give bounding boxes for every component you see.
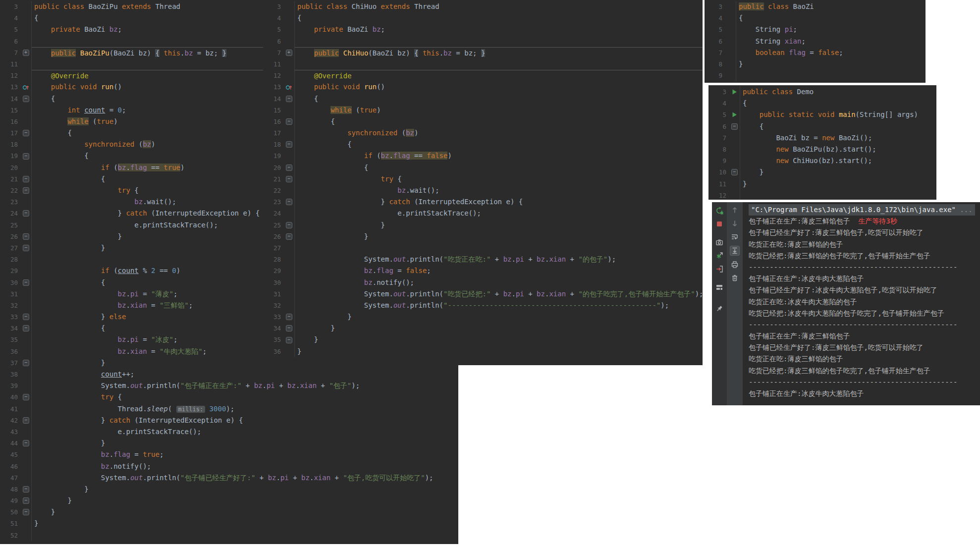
code-line[interactable]: 40− try { (0, 391, 458, 403)
code-line[interactable]: 6 (263, 36, 703, 47)
code-text[interactable]: try { (32, 391, 458, 403)
code-line[interactable]: 16− { (263, 116, 703, 127)
code-line[interactable]: 6 String xian; (705, 36, 926, 47)
line-number[interactable]: 3 (705, 1, 725, 12)
fold-icon[interactable]: − (286, 337, 292, 343)
line-number[interactable]: 9 (705, 70, 725, 81)
fold-gutter[interactable]: − (283, 196, 295, 208)
line-number[interactable]: 24 (0, 208, 20, 219)
fold-icon[interactable]: − (23, 325, 29, 331)
fold-gutter[interactable]: + (283, 47, 295, 58)
code-line[interactable]: 45 bz.flag = true; (0, 449, 458, 460)
line-number[interactable]: 40 (0, 391, 20, 403)
line-number[interactable]: 29 (263, 265, 283, 276)
fold-gutter[interactable]: − (729, 121, 740, 132)
line-number[interactable]: 6 (705, 36, 725, 47)
line-number[interactable]: 16 (263, 116, 283, 127)
fold-gutter[interactable]: − (20, 242, 32, 254)
rerun-icon[interactable] (715, 206, 724, 215)
code-line[interactable]: 48− } (0, 484, 458, 495)
line-number[interactable]: 27 (263, 242, 283, 254)
restore-layout-icon[interactable] (715, 283, 724, 292)
fold-gutter[interactable]: − (283, 162, 295, 173)
fold-gutter[interactable]: − (283, 311, 295, 323)
line-number[interactable]: 30 (0, 277, 20, 288)
code-text[interactable]: } (295, 311, 703, 323)
code-text[interactable]: { (740, 98, 936, 109)
line-number[interactable]: 25 (0, 220, 20, 231)
code-line[interactable]: 31 System.out.println("吃货已经把:" + bz.pi +… (263, 288, 703, 300)
line-number[interactable]: 22 (263, 185, 283, 196)
code-line[interactable]: 5 public static void main(String[] args) (708, 109, 936, 120)
code-text[interactable]: String pi; (736, 24, 926, 35)
line-number[interactable]: 4 (708, 98, 729, 109)
code-text[interactable]: } (740, 166, 936, 178)
line-number[interactable]: 49 (0, 495, 20, 506)
line-number[interactable]: 27 (0, 242, 20, 254)
line-number[interactable]: 37 (0, 357, 20, 369)
code-line[interactable]: 8} (705, 58, 926, 70)
code-area-demo[interactable]: 3public class Demo4{5 public static void… (708, 85, 936, 200)
fold-icon[interactable]: − (23, 233, 29, 240)
code-line[interactable]: 32 System.out.println("-----------------… (263, 300, 703, 311)
code-line[interactable]: 9 (705, 70, 926, 81)
fold-icon[interactable]: − (23, 279, 29, 286)
line-number[interactable]: 4 (705, 12, 725, 24)
fold-gutter[interactable]: + (20, 47, 32, 58)
fold-gutter[interactable]: − (283, 116, 295, 127)
line-number[interactable]: 18 (0, 139, 20, 150)
code-line[interactable]: 22 bz.wait(); (263, 185, 703, 196)
code-line[interactable]: 6− { (708, 121, 936, 132)
fold-icon[interactable]: − (23, 486, 29, 493)
line-number[interactable]: 12 (708, 190, 729, 200)
code-line[interactable]: 25− } (263, 220, 703, 231)
fold-gutter[interactable]: − (283, 220, 295, 231)
line-number[interactable]: 51 (0, 518, 20, 529)
code-text[interactable]: { (295, 139, 703, 150)
line-number[interactable]: 21 (0, 173, 20, 185)
line-number[interactable]: 10 (708, 166, 729, 178)
line-number[interactable]: 12 (0, 70, 20, 81)
line-number[interactable]: 11 (0, 58, 20, 70)
fold-gutter[interactable]: − (20, 231, 32, 242)
line-number[interactable]: 34 (0, 323, 20, 334)
line-number[interactable]: 6 (0, 36, 20, 47)
code-text[interactable]: { (295, 162, 703, 173)
code-line[interactable]: 13 public void run() (263, 81, 703, 93)
line-number[interactable]: 16 (0, 116, 20, 127)
line-number[interactable]: 44 (0, 438, 20, 449)
fold-gutter[interactable]: − (20, 173, 32, 185)
fold-icon[interactable]: − (286, 199, 292, 205)
code-text[interactable]: boolean flag = false; (736, 47, 926, 58)
code-text[interactable]: public void run() (295, 81, 703, 93)
fold-icon[interactable]: − (731, 169, 738, 175)
line-number[interactable]: 13 (0, 81, 20, 93)
code-text[interactable]: while (true) (295, 105, 703, 116)
line-number[interactable]: 5 (705, 24, 725, 35)
code-line[interactable]: 29 bz.flag = false; (263, 265, 703, 276)
code-line[interactable]: 5 String pi; (705, 24, 926, 35)
fold-gutter[interactable]: − (283, 173, 295, 185)
code-line[interactable]: 52 (0, 530, 458, 541)
line-number[interactable]: 36 (0, 346, 20, 357)
line-number[interactable]: 13 (263, 81, 283, 93)
line-number[interactable]: 17 (263, 127, 283, 139)
fold-gutter[interactable]: − (283, 231, 295, 242)
code-text[interactable]: bz.flag = true; (32, 449, 458, 460)
fold-gutter[interactable]: − (20, 185, 32, 196)
code-line[interactable]: 5 private BaoZi bz; (263, 24, 703, 35)
code-line[interactable]: 4{ (263, 12, 703, 24)
fold-icon[interactable]: − (731, 123, 738, 130)
fold-gutter[interactable]: − (20, 93, 32, 105)
line-number[interactable]: 36 (263, 346, 283, 357)
code-text[interactable]: { (295, 93, 703, 105)
fold-icon[interactable]: − (23, 210, 29, 217)
fold-icon[interactable]: + (286, 50, 292, 56)
fold-gutter[interactable]: − (729, 166, 740, 178)
line-number[interactable]: 35 (0, 334, 20, 345)
exit-icon[interactable] (715, 265, 724, 274)
code-line[interactable]: 20− { (263, 162, 703, 173)
code-line[interactable]: 36} (263, 346, 703, 357)
code-text[interactable]: } (295, 220, 703, 231)
fold-icon[interactable]: − (23, 497, 29, 504)
